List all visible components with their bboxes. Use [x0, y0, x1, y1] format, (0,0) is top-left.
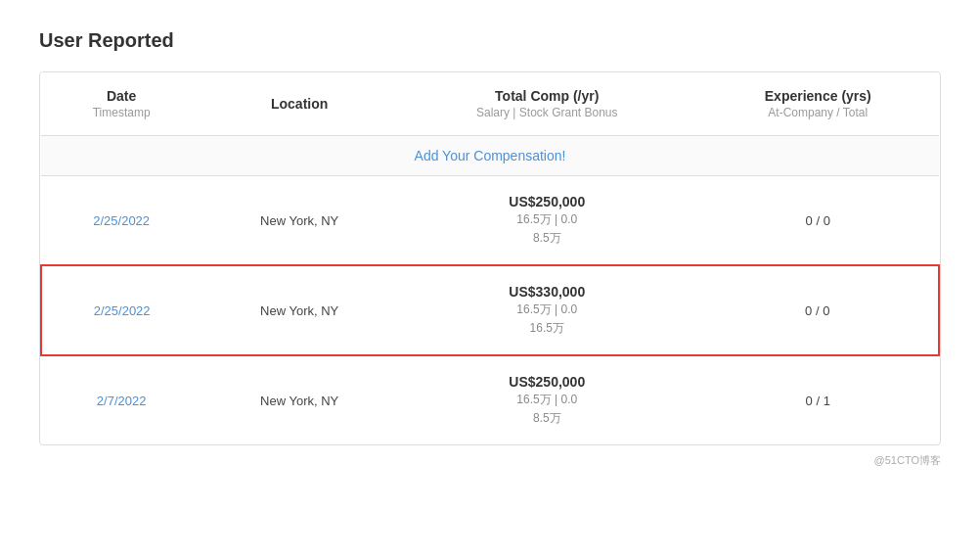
cell-location-3: New York, NY [201, 355, 397, 444]
cell-exp-3: 0 / 1 [697, 355, 939, 444]
cell-comp-1: US$250,000 16.5万 | 0.0 8.5万 [397, 176, 697, 266]
col-header-comp: Total Comp (/yr) Salary | Stock Grant Bo… [397, 72, 697, 136]
cell-date-3: 2/7/2022 [41, 355, 201, 444]
cell-exp-2: 0 / 0 [697, 265, 939, 355]
col-header-location: Location [201, 72, 397, 136]
cell-location-1: New York, NY [201, 176, 397, 266]
table-header-row: Date Timestamp Location Total Comp (/yr)… [41, 72, 939, 136]
table-row-highlighted: 2/25/2022 New York, NY US$330,000 16.5万 … [41, 265, 939, 355]
col-header-experience: Experience (yrs) At-Company / Total [697, 72, 939, 136]
table-row: 2/7/2022 New York, NY US$250,000 16.5万 |… [41, 355, 939, 444]
cell-location-2: New York, NY [201, 265, 397, 355]
col-header-date: Date Timestamp [41, 72, 201, 136]
cell-date-2: 2/25/2022 [41, 265, 201, 355]
add-compensation-row: Add Your Compensation! [41, 136, 939, 176]
page-title: User Reported [39, 29, 941, 52]
table-row: 2/25/2022 New York, NY US$250,000 16.5万 … [41, 176, 939, 266]
cell-date-1: 2/25/2022 [41, 176, 201, 266]
cell-exp-1: 0 / 0 [697, 176, 939, 266]
main-container: User Reported Date Timestamp Location To… [0, 0, 980, 557]
cell-comp-3: US$250,000 16.5万 | 0.0 8.5万 [397, 355, 697, 444]
data-table-wrapper: Date Timestamp Location Total Comp (/yr)… [39, 71, 941, 445]
watermark: @51CTO博客 [39, 453, 941, 468]
cell-comp-2: US$330,000 16.5万 | 0.0 16.5万 [397, 265, 697, 355]
compensation-table: Date Timestamp Location Total Comp (/yr)… [40, 72, 940, 444]
add-compensation-link[interactable]: Add Your Compensation! [415, 148, 566, 163]
